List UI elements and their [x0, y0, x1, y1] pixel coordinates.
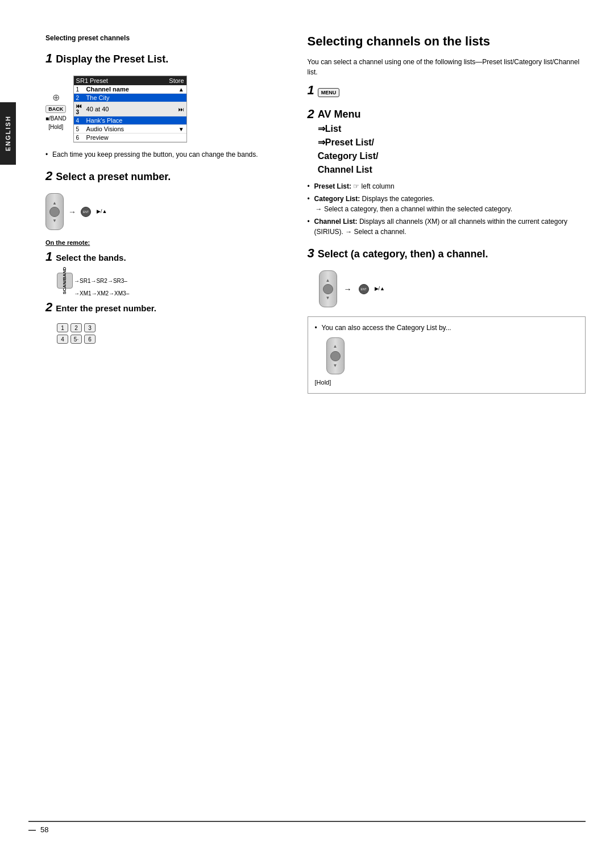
band-label: ■/BAND [45, 115, 67, 122]
note-bullet: You can also access the Category List by… [315, 323, 578, 333]
number-keys-block: 1 2 3 4 5· 6 [57, 323, 279, 344]
band-button-icon: SCAN/BAND [57, 273, 73, 289]
right-intro-text: You can select a channel using one of th… [308, 57, 586, 77]
remote-step2-number: 2 [45, 300, 52, 315]
step3-joystick-diagram: ▲ ▼ → ENT ▶/▲ [319, 270, 586, 307]
joystick-control: ▲ ▼ [45, 193, 64, 230]
right-section-title: Selecting channels on the lists [308, 34, 586, 49]
diagram-arrow: → [68, 207, 76, 216]
step3-ent-button[interactable]: ENT [359, 284, 369, 294]
bullet-category-list: Category List: Displays the categories. … [308, 194, 586, 214]
note-joystick-diagram: ▲ ▼ [326, 337, 578, 374]
right-column: Selecting channels on the lists You can … [291, 34, 586, 394]
step3-play-icon: ▶/▲ [375, 286, 385, 293]
channel-list-text: Channel List [318, 163, 379, 177]
right-step2-number: 2 [308, 107, 314, 122]
preset-row-5[interactable]: 5 Audio Visions ▼ [74, 125, 186, 133]
key-3[interactable]: 3 [84, 323, 96, 332]
left-step2-block: 2 Select a preset number. ▲ ▼ → ENT ▶/▲ [45, 169, 279, 230]
left-step1-block: 1 Display the Preset List. ⊕ BACK ■/BAND… [45, 51, 279, 160]
preset-list-diagram: ⊕ BACK ■/BAND [Hold] SR1 Preset Store 1 … [45, 76, 279, 146]
ent-button[interactable]: ENT [81, 207, 91, 217]
preset-list-text: ⇒Preset List/ [318, 136, 379, 149]
category-list-text: Category List/ [318, 149, 379, 163]
preset-row-2[interactable]: 2 The City [74, 94, 186, 102]
preset-table: SR1 Preset Store 1 Channel name ▲ 2 The … [73, 76, 187, 143]
right-step3-block: 3 Select (a category, then) a channel. ▲… [308, 246, 586, 307]
joystick-nub [49, 207, 60, 217]
play-icon: ▶/▲ [97, 208, 107, 215]
remote-step1-heading: Select the bands. [56, 253, 126, 262]
key-1[interactable]: 1 [57, 323, 68, 332]
left-section-title: Selecting preset channels [45, 34, 279, 42]
jog-dial-icon: ⊕ [52, 92, 60, 103]
step1-bullet: Each time you keep pressing the button, … [45, 149, 279, 160]
menu-button[interactable]: MENU [318, 88, 340, 97]
preset-table-header-left: SR1 Preset [76, 77, 108, 84]
on-remote-label: On the remote: [45, 239, 279, 246]
right-step3-heading: Select (a category, then) a channel. [318, 248, 488, 260]
right-step3-number: 3 [308, 246, 314, 261]
bullet-channel-list: Channel List: Displays all channels (XM)… [308, 216, 586, 237]
note-hold-label: [Hold] [315, 378, 578, 387]
note-box: You can also access the Category List by… [308, 316, 586, 394]
back-button[interactable]: BACK [45, 105, 66, 113]
language-tab: ENGLISH [0, 102, 16, 165]
page-number: — [28, 825, 36, 834]
preset-row-1[interactable]: 1 Channel name ▲ [74, 85, 186, 94]
hold-label-step1: [Hold] [48, 124, 63, 130]
right-step1-block: 1 MENU [308, 83, 586, 98]
remote-step2-heading: Enter the preset number. [56, 303, 156, 313]
note-joystick-nub [330, 351, 341, 361]
left-step2-number: 2 [45, 169, 52, 183]
number-keys-row2: 4 5· 6 [57, 335, 279, 344]
on-remote-block: On the remote: 1 Select the bands. SCAN/… [45, 239, 279, 344]
bottom-bar: — 58 [28, 821, 586, 834]
preset-row-6[interactable]: 6 Preview [74, 133, 186, 142]
key-2[interactable]: 2 [70, 323, 82, 332]
note-joystick: ▲ ▼ [326, 337, 345, 374]
key-5[interactable]: 5· [70, 335, 82, 344]
right-step1-number: 1 [308, 83, 314, 98]
left-column: Selecting preset channels 1 Display the … [28, 34, 290, 394]
number-keys-row1: 1 2 3 [57, 323, 279, 332]
band-row2: →XM1→XM2→XM3– [74, 290, 129, 297]
key-6[interactable]: 6 [84, 335, 96, 344]
left-step2-heading: Select a preset number. [56, 171, 171, 183]
key-4[interactable]: 4 [57, 335, 68, 344]
note-bullet-list: You can also access the Category List by… [315, 323, 578, 333]
band-row1: →SR1→SR2→SR3– [74, 278, 127, 284]
step3-arrow: → [344, 285, 352, 294]
left-step1-heading: Display the Preset List. [56, 53, 168, 65]
left-step1-number: 1 [45, 51, 52, 66]
preset-table-header: SR1 Preset Store [74, 76, 186, 85]
preset-row-3[interactable]: ⏮ 3 40 at 40 ⏭ [74, 102, 186, 116]
step3-joystick-nub [323, 284, 333, 294]
band-sequence-diagram: SCAN/BAND →SR1→SR2→SR3– →XM1→XM2→XM3– [57, 273, 279, 297]
bullet-preset-list: Preset List: ☞ left column [308, 181, 586, 191]
preset-table-header-right: Store [169, 77, 184, 84]
step2-joystick-diagram: ▲ ▼ → ENT ▶/▲ [45, 193, 279, 230]
remote-step1-number: 1 [45, 249, 52, 264]
left-section-title-block: Selecting preset channels [45, 34, 279, 42]
right-section-title-block: Selecting channels on the lists [308, 34, 586, 49]
page-num-text: 58 [40, 825, 48, 834]
right-step2-block: 2 AV Menu ⇒List ⇒Preset List/ Category L… [308, 107, 586, 237]
step2-bullet-list: Preset List: ☞ left column Category List… [308, 181, 586, 237]
step1-bullet-list: Each time you keep pressing the button, … [45, 149, 279, 160]
step3-joystick: ▲ ▼ [319, 270, 337, 307]
av-menu-text: AV Menu [318, 107, 379, 122]
list-text: ⇒List [318, 122, 379, 136]
preset-row-4[interactable]: 4 Hank's Place [74, 116, 186, 125]
